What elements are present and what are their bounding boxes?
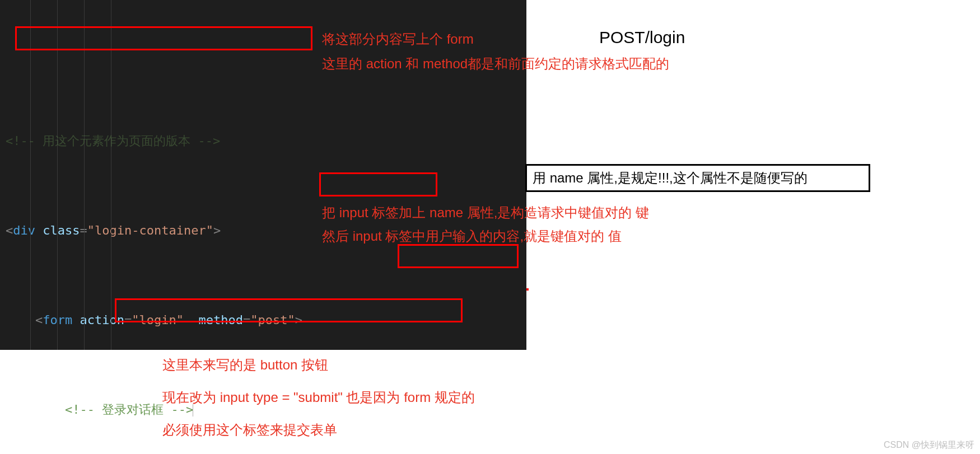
code-line: <!-- 用这个元素作为页面的版本 --> (0, 132, 526, 150)
side-title: POST/login (599, 28, 685, 47)
annot-form-1: 将这部分内容写上个 form (322, 30, 474, 48)
annot-submit-2: 现在改为 input type = "submit" 也是因为 form 规定的 (162, 389, 475, 406)
annot-submit-1: 这里本来写的是 button 按钮 (162, 356, 328, 374)
code-line-form: <form action="login" method="post"> (0, 311, 526, 329)
annot-submit-3: 必须使用这个标签来提交表单 (162, 421, 337, 439)
callout-name-rule: 用 name 属性,是规定!!!,这个属性不是随便写的 (525, 164, 870, 192)
annot-form-2: 这里的 action 和 method都是和前面约定的请求格式匹配的 (322, 55, 669, 73)
watermark: CSDN @快到锅里来呀 (884, 439, 974, 451)
code-editor: <!-- 用这个元素作为页面的版本 --> <div class="login-… (0, 0, 526, 350)
annot-name-2: 然后 input 标签中用户输入的内容,就是键值对的 值 (322, 227, 622, 245)
annot-name-1: 把 input 标签加上 name 属性,是构造请求中键值对的 键 (322, 204, 649, 222)
red-dot (526, 288, 529, 291)
